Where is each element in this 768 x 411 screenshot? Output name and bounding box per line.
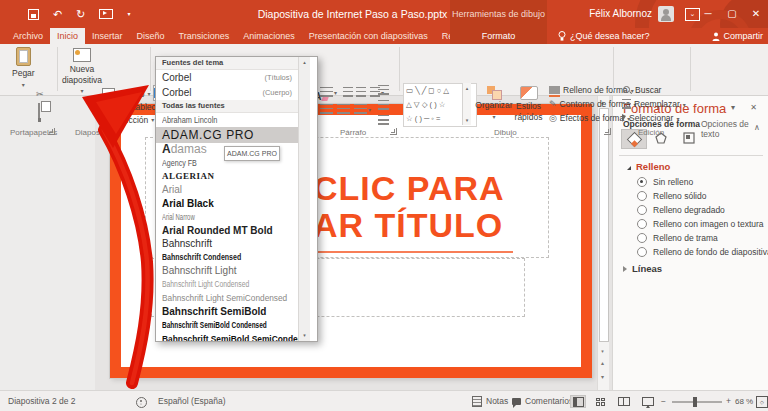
- redo-icon[interactable]: ↻: [76, 9, 85, 20]
- zoom-out-button[interactable]: −: [661, 391, 666, 411]
- customize-qat-icon[interactable]: ▾: [127, 11, 130, 17]
- find-button[interactable]: Buscar: [622, 85, 661, 95]
- fill-section-header[interactable]: Relleno: [623, 161, 670, 172]
- clipboard-dialog-launcher[interactable]: [48, 128, 55, 135]
- font-item[interactable]: Bahnschrift Light SemiCondensed: [156, 291, 298, 305]
- new-slide-button[interactable]: Nueva diapositiva ▾: [64, 48, 100, 94]
- font-item[interactable]: Arial Black: [156, 197, 298, 211]
- section-button[interactable]: Sección ▾: [102, 114, 154, 125]
- slide-title-text[interactable]: CLIC PARA AR TÍTULO: [313, 170, 573, 244]
- zoom-slider-track[interactable]: [672, 401, 722, 403]
- arrange-button[interactable]: Organizar ▾: [478, 86, 510, 120]
- radio-icon[interactable]: [637, 247, 647, 257]
- shape-effects-button[interactable]: ◎ Efectos de forma ▾: [549, 113, 630, 123]
- radio-icon[interactable]: [637, 191, 647, 201]
- select-button[interactable]: Seleccionar ▾: [622, 113, 679, 123]
- undo-icon[interactable]: ↶: [53, 9, 62, 20]
- align-left-icon[interactable]: [320, 104, 333, 114]
- radio-icon[interactable]: [637, 219, 647, 229]
- start-slideshow-icon[interactable]: [99, 9, 113, 19]
- radio-icon[interactable]: [637, 233, 647, 243]
- columns-arrow[interactable]: ▾: [368, 106, 371, 113]
- increase-indent-icon[interactable]: [356, 87, 366, 97]
- tab-inicio[interactable]: Inicio: [50, 28, 85, 44]
- replace-button[interactable]: Reemplazar ▾: [622, 99, 686, 109]
- user-name[interactable]: Félix Albornoz: [589, 0, 652, 28]
- scrollbar-thumb[interactable]: [599, 108, 609, 342]
- font-item[interactable]: Bahnschrift SemiBold Condensed: [156, 318, 298, 332]
- radio-selected-icon[interactable]: [637, 177, 647, 187]
- tab-insertar[interactable]: Insertar: [85, 28, 130, 44]
- comments-button[interactable]: Comentarios: [512, 391, 573, 411]
- tell-me-box[interactable]: ¿Qué desea hacer?: [558, 28, 650, 44]
- close-button[interactable]: ✕: [744, 0, 768, 28]
- tab-presentacion[interactable]: Presentación con diapositivas: [302, 28, 435, 44]
- option-relleno-degradado[interactable]: Relleno degradado: [637, 205, 725, 215]
- next-slide-icon[interactable]: ▾: [598, 372, 607, 382]
- font-item[interactable]: ALGERIAN: [156, 170, 298, 184]
- slide-indicator[interactable]: Diapositiva 2 de 2: [8, 391, 76, 411]
- zoom-level[interactable]: 68 %: [735, 391, 753, 411]
- dropdown-scroll-up-icon[interactable]: ▴: [299, 57, 310, 68]
- font-item-corbel-cuerpo[interactable]: Corbel (Cuerpo): [156, 85, 298, 100]
- paste-dropdown-arrow[interactable]: ▾: [22, 81, 25, 88]
- convert-smartart-icon[interactable]: [378, 115, 389, 125]
- zoom-slider-thumb[interactable]: [693, 397, 697, 407]
- share-button[interactable]: Compartir: [712, 28, 763, 44]
- columns-icon[interactable]: [354, 104, 367, 114]
- layout-button[interactable]: Diseño ▾: [102, 88, 150, 99]
- font-item[interactable]: Bahnschrift Light Condensed: [156, 278, 298, 292]
- shapes-scroll-up-icon[interactable]: ▴: [466, 85, 469, 91]
- pane-options-arrow-icon[interactable]: ▾: [731, 103, 735, 112]
- reading-view-button[interactable]: [616, 395, 632, 408]
- option-sin-relleno[interactable]: Sin relleno: [637, 177, 693, 187]
- radio-icon[interactable]: [637, 205, 647, 215]
- fit-to-window-icon[interactable]: ◇: [756, 396, 768, 408]
- numbered-list-arrow[interactable]: ▾: [334, 89, 337, 96]
- pane-close-icon[interactable]: ✕: [750, 103, 757, 112]
- font-item[interactable]: Bahnschrift: [156, 237, 298, 251]
- font-item-selected[interactable]: ADAM.CG PRO: [156, 127, 298, 143]
- notes-button[interactable]: Notas: [472, 391, 508, 411]
- drawing-dialog-launcher[interactable]: [604, 128, 611, 135]
- option-relleno-trama[interactable]: Relleno de trama: [637, 233, 718, 243]
- font-item[interactable]: Bahnschrift SemiBold SemiConden: [156, 332, 298, 342]
- language-indicator[interactable]: Español (España): [158, 391, 226, 411]
- new-slide-dropdown-arrow[interactable]: ▾: [80, 87, 83, 94]
- save-icon[interactable]: [28, 9, 39, 20]
- accessibility-icon[interactable]: [136, 397, 147, 408]
- option-relleno-imagen[interactable]: Relleno con imagen o textura: [637, 219, 764, 229]
- paste-button[interactable]: Pegar ▾: [12, 47, 35, 88]
- dropdown-scrollbar[interactable]: ▴ ▾: [298, 57, 310, 341]
- cut-icon[interactable]: ✂: [36, 89, 44, 99]
- tab-diseno[interactable]: Diseño: [130, 28, 172, 44]
- zoom-in-button[interactable]: +: [726, 391, 731, 411]
- user-avatar[interactable]: [658, 6, 674, 22]
- minimize-button[interactable]: ─: [696, 0, 720, 28]
- paragraph-dialog-launcher[interactable]: [390, 128, 397, 135]
- dropdown-scroll-down-icon[interactable]: ▾: [299, 330, 310, 341]
- size-properties-category-icon[interactable]: [677, 129, 701, 147]
- shapes-gallery-scrollbar[interactable]: ▴ ▾: [462, 83, 471, 125]
- font-item[interactable]: Arial Narrow: [156, 210, 298, 224]
- text-direction-icon[interactable]: [378, 85, 389, 95]
- option-relleno-fondo[interactable]: Relleno de fondo de diapositiva: [637, 247, 768, 257]
- font-item[interactable]: Arial Rounded MT Bold: [156, 224, 298, 238]
- font-item[interactable]: Arial: [156, 183, 298, 197]
- quick-styles-button[interactable]: Estilos rápidos: [512, 86, 545, 122]
- font-item-corbel-titulos[interactable]: Corbel (Títulos): [156, 70, 298, 85]
- font-item[interactable]: Bahnschrift SemiBold: [156, 305, 298, 319]
- previous-slide-icon[interactable]: ▴: [598, 358, 607, 368]
- tab-transiciones[interactable]: Transiciones: [172, 28, 237, 44]
- font-item[interactable]: Bahnschrift Condensed: [156, 251, 298, 265]
- decrease-indent-icon[interactable]: [343, 87, 353, 97]
- shapes-scroll-down-icon[interactable]: ▾: [466, 117, 469, 123]
- tab-animaciones[interactable]: Animaciones: [236, 28, 302, 44]
- slideshow-view-button[interactable]: [640, 395, 656, 408]
- scroll-down-icon[interactable]: ▾: [598, 346, 607, 356]
- slide-sorter-view-button[interactable]: [592, 395, 608, 408]
- font-item[interactable]: Abraham Lincoln: [156, 113, 298, 127]
- tab-formato[interactable]: Formato: [450, 28, 547, 44]
- lines-section-header[interactable]: Líneas: [623, 263, 662, 274]
- align-center-icon[interactable]: [337, 104, 350, 114]
